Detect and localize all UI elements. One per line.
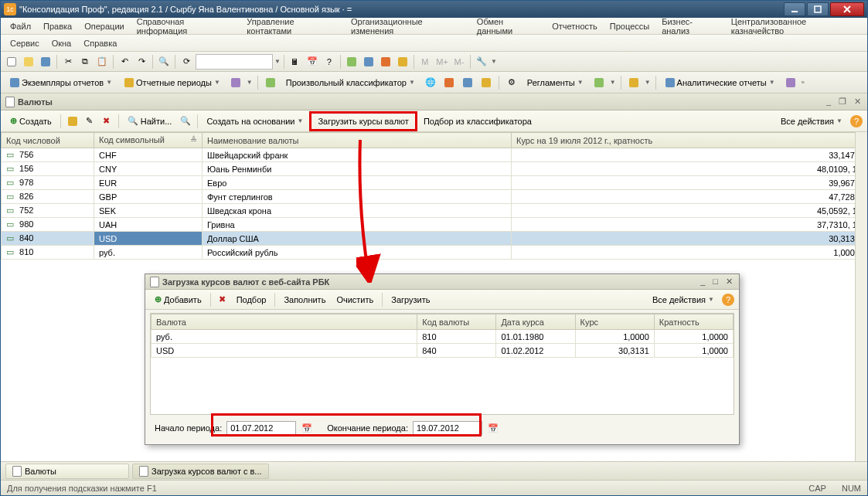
calendar-icon[interactable]: 📅	[305, 54, 320, 70]
table-row[interactable]: ▭ 810руб.Российский рубль1,0000,	[2, 246, 867, 260]
table-row[interactable]: ▭ 156CNYЮань Ренминби48,0109, 10	[2, 162, 867, 176]
help-panel-icon[interactable]: ?	[850, 115, 863, 127]
dialog-close-icon[interactable]: ✕	[724, 277, 734, 287]
mplus-icon[interactable]: M+	[434, 54, 450, 70]
tb2-icon1[interactable]	[228, 75, 243, 90]
calc-icon[interactable]: 🖩	[288, 54, 303, 70]
dialog-add-button[interactable]: ⊕Добавить	[150, 292, 206, 307]
start-period-input[interactable]	[226, 421, 296, 435]
menu-reporting[interactable]: Отчетность	[547, 20, 602, 32]
copy-record-icon[interactable]	[65, 114, 80, 129]
dcol-mult[interactable]: Кратность	[654, 314, 733, 330]
tb2-icon3[interactable]	[441, 75, 457, 90]
all-actions-button[interactable]: Все действия▼	[776, 114, 847, 128]
m-icon[interactable]: M	[417, 54, 433, 70]
dropdown-icon[interactable]: ▼	[274, 58, 281, 65]
edit-icon[interactable]: ✎	[82, 114, 97, 129]
tb2-icon8[interactable]	[783, 75, 798, 90]
dcol-date[interactable]: Дата курса	[496, 314, 575, 330]
table-row[interactable]: ▭ 840USDДоллар США30,3131,	[2, 232, 867, 246]
menu-reference[interactable]: Справочная информация	[132, 15, 240, 37]
dialog-clear-button[interactable]: Очистить	[332, 293, 378, 307]
undo-icon[interactable]: ↶	[117, 54, 132, 70]
menu-help[interactable]: Справка	[79, 37, 121, 49]
calendar-icon[interactable]: 📅	[487, 422, 499, 434]
save-icon[interactable]	[38, 54, 53, 70]
open-icon[interactable]	[21, 54, 36, 70]
regulations-button[interactable]: Регламенты▼	[523, 76, 588, 90]
menu-orgchanges[interactable]: Организационные изменения	[346, 15, 469, 37]
menu-exchange[interactable]: Обмен данными	[472, 15, 544, 37]
tb2-gear-icon[interactable]: ⚙	[504, 75, 519, 90]
reports-instances-button[interactable]: Экземпляры отчетов▼	[5, 76, 117, 90]
new-icon[interactable]	[4, 54, 19, 70]
dialog-delete-icon[interactable]: ✖	[215, 292, 230, 307]
redo-icon[interactable]: ↷	[134, 54, 149, 70]
refresh-icon[interactable]: ⟳	[179, 54, 194, 70]
load-rates-button[interactable]: Загрузить курсы валют	[313, 114, 413, 128]
wrench-icon[interactable]: 🔧	[474, 54, 489, 70]
menu-contacts[interactable]: Управление контактами	[242, 15, 343, 37]
tool2-icon[interactable]	[361, 54, 376, 70]
dialog-max-icon[interactable]: □	[711, 277, 720, 287]
menu-windows[interactable]: Окна	[47, 37, 77, 49]
tasktab-loadrates[interactable]: Загрузка курсов валют с в...	[132, 464, 269, 479]
table-row[interactable]: USD84001.02.201230,31311,0000	[151, 344, 734, 358]
menu-service[interactable]: Сервис	[5, 37, 44, 49]
search-icon[interactable]: 🔍	[156, 54, 172, 70]
menu-bianalysis[interactable]: Бизнес-анализ	[657, 15, 723, 37]
col-rate[interactable]: Курс на 19 июля 2012 г., кратность	[512, 133, 867, 148]
tb2-icon7[interactable]	[626, 75, 642, 90]
menu-file[interactable]: Файл	[5, 20, 36, 32]
clear-search-icon[interactable]: 🔍	[178, 114, 193, 129]
tool-icon[interactable]	[344, 54, 359, 70]
find-button[interactable]: 🔍Найти...	[123, 114, 177, 128]
dialog-load-button[interactable]: Загрузить	[386, 293, 434, 307]
menu-treasury[interactable]: Централизованное казначейство	[727, 15, 863, 37]
dialog-help-icon[interactable]: ?	[722, 294, 734, 306]
help-icon[interactable]: ?	[322, 54, 337, 70]
tb2-icon6[interactable]	[591, 75, 607, 90]
scrollbar[interactable]	[855, 132, 867, 480]
mminus-icon[interactable]: M-	[451, 54, 467, 70]
delete-icon[interactable]: ✖	[99, 114, 114, 129]
tasktab-currencies[interactable]: Валюты	[5, 464, 129, 479]
col-numeric-code[interactable]: Код числовой	[2, 133, 94, 148]
tool3-icon[interactable]	[378, 54, 393, 70]
menu-edit[interactable]: Правка	[39, 20, 77, 32]
dcol-code[interactable]: Код валюты	[417, 314, 496, 330]
maximize-button[interactable]	[807, 2, 829, 16]
tb2-icon5[interactable]	[478, 75, 494, 90]
classifier-button[interactable]: Произвольный классификатор▼	[281, 76, 420, 90]
calendar-icon[interactable]: 📅	[301, 422, 313, 434]
cut-icon[interactable]: ✂	[60, 54, 76, 70]
col-symbol-code[interactable]: Код символьный ≜	[94, 133, 203, 148]
tb2-icon4[interactable]	[460, 75, 475, 90]
dcol-currency[interactable]: Валюта	[151, 314, 417, 330]
tool4-icon[interactable]	[395, 54, 410, 70]
dialog-all-actions-button[interactable]: Все действия▼	[648, 293, 719, 307]
panel-close-icon[interactable]: ✕	[853, 97, 863, 107]
end-period-input[interactable]	[413, 421, 482, 435]
paste-icon[interactable]: 📋	[94, 54, 110, 70]
dialog-pick-button[interactable]: Подбор	[232, 293, 271, 307]
toolbar-field[interactable]	[196, 54, 273, 70]
close-button[interactable]	[830, 2, 864, 16]
minimize-button[interactable]	[784, 2, 805, 16]
menu-operations[interactable]: Операции	[80, 20, 128, 32]
table-row[interactable]: ▭ 980UAHГривна37,7310, 10	[2, 218, 867, 232]
dialog-fill-button[interactable]: Заполнить	[279, 293, 330, 307]
dcol-rate[interactable]: Курс	[575, 314, 654, 330]
dialog-min-icon[interactable]: _	[699, 277, 706, 287]
tb2-globe-icon[interactable]: 🌐	[423, 75, 438, 90]
table-row[interactable]: ▭ 826GBPФунт стерлингов47,7280,	[2, 190, 867, 204]
create-button[interactable]: ⊕Создать	[5, 114, 56, 128]
from-classifier-button[interactable]: Подбор из классификатора	[419, 114, 536, 128]
table-row[interactable]: ▭ 752SEKШведская крона45,0592, 10	[2, 204, 867, 218]
tb2-icon2[interactable]	[263, 75, 278, 90]
table-row[interactable]: руб.81001.01.19801,00001,0000	[151, 330, 734, 344]
panel-min-icon[interactable]: _	[825, 97, 832, 107]
report-periods-button[interactable]: Отчетные периоды▼	[120, 76, 225, 90]
analytic-reports-button[interactable]: Аналитические отчеты▼	[661, 76, 780, 90]
copy-icon[interactable]: ⧉	[77, 54, 93, 70]
